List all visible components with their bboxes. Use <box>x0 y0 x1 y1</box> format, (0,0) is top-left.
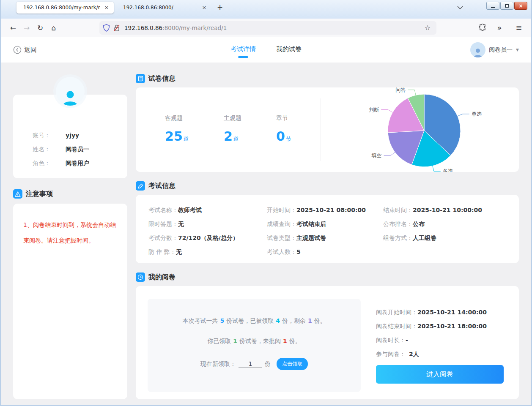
claim-label: 现在新领取： <box>200 360 236 368</box>
tab-title: 192.168.0.86:8000/ <box>123 5 198 11</box>
profile-avatar <box>56 77 85 106</box>
tab-close-icon[interactable]: × <box>103 4 110 11</box>
tab-title: 192.168.0.86:8000/my-mark/rea <box>23 5 100 11</box>
profile-row-role: 角色： 阅卷用户 <box>33 160 108 167</box>
user-menu[interactable]: 阅卷员一 ▼ <box>470 42 519 57</box>
pie-leader-line <box>384 152 395 155</box>
enter-marking-button[interactable]: 进入阅卷 <box>376 365 504 384</box>
minimize-button[interactable] <box>486 2 499 10</box>
browser-titlebar: 192.168.0.86:8000/my-mark/rea × 192.168.… <box>1 0 531 19</box>
my-marking-section-title: 我的阅卷 <box>136 272 519 282</box>
stat-unit: 道 <box>184 136 189 142</box>
claim-button[interactable]: 点击领取 <box>277 358 308 370</box>
new-tab-button[interactable]: + <box>215 3 225 13</box>
back-button[interactable]: 返回 <box>13 46 37 54</box>
browser-toolbar: ← → ↻ ⌂ 192.168.0.86:8000/my-mark/read/1… <box>1 19 531 37</box>
paper-info-card: 客观题 25道 主观题 2道 章节 0节 <box>136 87 519 172</box>
chevron-down-icon: ▼ <box>516 48 519 52</box>
stat-label: 章节 <box>276 114 291 122</box>
maximize-icon <box>505 4 509 8</box>
notice-card: 1、阅卷结束时间到，系统会自动结束阅卷。请注意把握时间。 <box>13 204 127 399</box>
close-button[interactable]: × <box>514 2 527 10</box>
menu-hamburger-icon[interactable]: ≡ <box>512 21 526 35</box>
user-name: 阅卷员一 <box>489 46 513 54</box>
exam-field: 考试人数：5 <box>267 248 383 256</box>
paper-stats: 客观题 25道 主观题 2道 章节 0节 <box>136 87 321 172</box>
page-tabs: 考试详情 我的试卷 <box>230 42 302 58</box>
warning-icon <box>13 189 22 199</box>
section-title-text: 我的阅卷 <box>148 273 176 282</box>
reload-icon[interactable]: ↻ <box>33 21 47 35</box>
stat-value: 25 <box>165 129 183 144</box>
marking-info: 阅卷开始时间：2025-10-21 14:00:00 阅卷结束时间：2025-1… <box>376 299 504 392</box>
extensions-puzzle-icon[interactable] <box>479 24 487 32</box>
exam-field: 防 作 弊：无 <box>148 248 267 256</box>
pie-leader-line <box>381 110 393 113</box>
minimize-icon <box>491 7 495 8</box>
exam-field: 限时答题：无 <box>148 220 267 228</box>
forward-nav-icon[interactable]: → <box>20 21 33 35</box>
url-text: 192.168.0.86:8000/my-mark/read/1 <box>124 25 422 31</box>
paper-icon <box>136 74 145 83</box>
browser-tab-inactive[interactable]: 192.168.0.86:8000/ × <box>116 2 211 14</box>
page-header: 返回 考试详情 我的试卷 阅卷员一 <box>1 37 531 63</box>
back-nav-icon[interactable]: ← <box>6 21 20 35</box>
bookmark-star-icon[interactable]: ☆ <box>422 24 433 32</box>
my-claimed-count: 1 <box>233 338 237 344</box>
stat-label: 主观题 <box>224 114 241 122</box>
pen-icon <box>136 181 145 191</box>
clock-icon <box>136 272 145 282</box>
exam-field: 组卷方式：人工组卷 <box>383 234 519 242</box>
exam-field: 考试分数：72/120（及格/总分） <box>148 234 267 242</box>
avatar <box>470 42 485 57</box>
tab-exam-detail[interactable]: 考试详情 <box>230 42 256 58</box>
list-all-tabs-chevron-icon[interactable] <box>457 6 463 9</box>
section-title-text: 试卷信息 <box>148 74 176 83</box>
shield-icon[interactable] <box>103 24 110 32</box>
marking-info-row: 阅卷时长：- <box>376 336 504 344</box>
maximize-button[interactable] <box>500 2 513 10</box>
url-path: :8000/my-mark/read/1 <box>162 25 227 31</box>
url-domain: 192.168.0.86 <box>124 25 162 31</box>
exam-field: 结束时间：2025-10-21 10:00:00 <box>383 206 519 214</box>
main-column: 试卷信息 客观题 25道 主观题 2道 章节 <box>136 71 519 399</box>
overflow-chevrons-icon[interactable]: » <box>493 21 506 35</box>
exam-info-col-1: 考试名称：教师考试 限时答题：无 考试分数：72/120（及格/总分） 防 作 … <box>148 206 267 263</box>
stat-objective: 客观题 25道 <box>165 114 189 172</box>
field-label: 账号： <box>33 132 66 139</box>
page: 返回 考试详情 我的试卷 阅卷员一 <box>1 37 531 406</box>
marking-info-row: 参与阅卷：2人 <box>376 350 504 358</box>
url-bar[interactable]: 192.168.0.86:8000/my-mark/read/1 ☆ <box>99 21 436 35</box>
unmarked-count: 1 <box>283 338 287 344</box>
exam-info-card: 考试名称：教师考试 限时答题：无 考试分数：72/120（及格/总分） 防 作 … <box>136 195 519 263</box>
claim-count-input[interactable] <box>239 360 262 368</box>
insecure-lock-icon[interactable] <box>113 24 120 32</box>
pie-leader-line <box>457 114 469 117</box>
pie-label: 单选 <box>472 111 482 117</box>
profile-row-account: 账号： yjyy <box>33 132 108 139</box>
tab-close-icon[interactable]: × <box>200 4 208 11</box>
tab-label: 考试详情 <box>230 45 256 53</box>
claimed-papers-count: 4 <box>276 317 280 324</box>
section-title-text: 注意事项 <box>26 190 53 199</box>
browser-tab-active[interactable]: 192.168.0.86:8000/my-mark/rea × <box>16 2 114 14</box>
field-label: 角色： <box>33 160 66 167</box>
tab-strip: 192.168.0.86:8000/my-mark/rea × 192.168.… <box>16 2 225 14</box>
person-icon <box>472 47 483 57</box>
remaining-papers-count: 1 <box>308 317 312 324</box>
exam-field: 成绩查询：考试结束后 <box>267 220 383 228</box>
question-type-pie: 单选多选填空判断问答 <box>321 87 519 172</box>
pie-label: 填空 <box>372 153 382 158</box>
tab-my-papers[interactable]: 我的试卷 <box>276 42 302 58</box>
tab-label: 我的试卷 <box>276 45 302 53</box>
section-title-text: 考试信息 <box>148 182 176 191</box>
exam-info-col-2: 开始时间：2025-10-21 08:00:00 成绩查询：考试结束后 试卷类型… <box>267 206 383 263</box>
pie-label: 多选 <box>443 168 453 172</box>
field-value: 阅卷员一 <box>66 146 89 153</box>
stat-subjective: 主观题 2道 <box>224 114 241 172</box>
close-icon: × <box>518 3 523 9</box>
chevron-left-circle-icon <box>13 46 22 54</box>
my-claim-line: 你已领取1份试卷，未批阅1份。 <box>148 338 361 345</box>
stat-unit: 节 <box>286 136 291 142</box>
home-icon[interactable]: ⌂ <box>47 21 60 35</box>
